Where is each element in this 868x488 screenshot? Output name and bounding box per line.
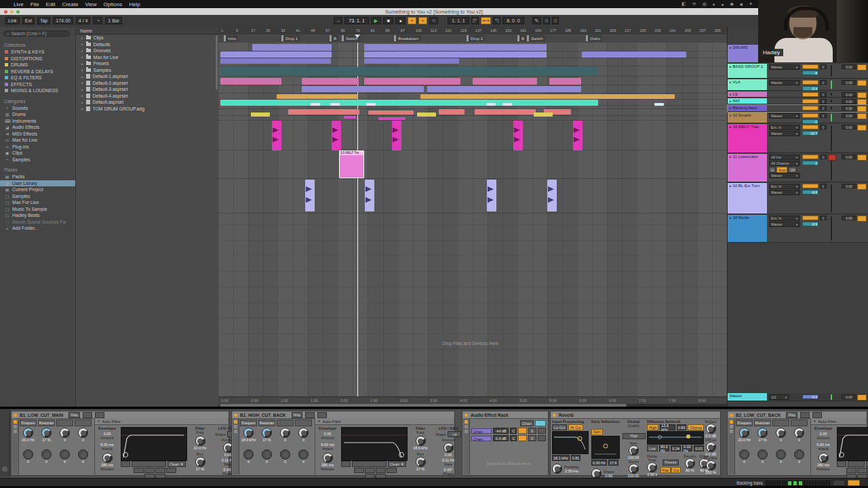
arrangement-clip[interactable] [344, 116, 356, 119]
map-mode-button[interactable]: Map [68, 412, 80, 418]
arrangement-clip[interactable] [330, 103, 340, 106]
menu-status-icon[interactable]: ■ [740, 2, 743, 7]
tempo-field[interactable]: 174.00 [53, 17, 73, 24]
master-db-box[interactable]: 0.00 [842, 394, 856, 399]
macro-knob-cell[interactable]: 0 [295, 420, 312, 442]
macro-knob[interactable] [757, 449, 768, 460]
locator-breakdown[interactable]: Breakdown [394, 35, 420, 41]
locator-b[interactable]: B [517, 35, 526, 41]
locator-switch[interactable]: Switch [527, 35, 545, 41]
sidebar-item-samples[interactable]: ~Samples [0, 157, 75, 163]
file-list-item[interactable]: ▸Default-4.asprset [76, 93, 218, 100]
track-activator-button[interactable] [857, 64, 867, 70]
reverb-drywet-value[interactable]: 100 % [703, 470, 719, 474]
expand-arrow-icon[interactable]: ▸ [81, 75, 83, 79]
record-button[interactable]: ● [395, 17, 406, 24]
reverb-chorus-rate[interactable]: 0.02 Hz [682, 445, 692, 451]
arrangement-clip[interactable] [364, 78, 460, 85]
reverb-early-display[interactable] [591, 436, 620, 459]
macro-knob-cell[interactable]: 0 [736, 444, 753, 464]
sidebar-item-add-folder-[interactable]: +Add Folder... [0, 225, 75, 232]
macro-knob[interactable] [739, 449, 749, 460]
track-pan-box[interactable]: 0 [820, 125, 827, 129]
rack-macro-view-icon[interactable] [730, 420, 733, 424]
arrangement-clip[interactable] [220, 67, 598, 76]
macro-knob-cell[interactable]: 0 [56, 420, 73, 442]
sidebar-item-serum-sound-sources-pa[interactable]: ▢Serum Sound Sources Pa [0, 219, 75, 226]
track-activator-button[interactable] [857, 92, 867, 98]
track-name-cell[interactable]: ▸16 MELT: Tran [728, 124, 767, 152]
macro-knob[interactable] [78, 449, 88, 460]
sidebar-item-current-project[interactable]: ▤Current Project [0, 186, 75, 193]
menu-item-help[interactable]: Help [129, 1, 140, 7]
metronome-button[interactable]: ◔ [93, 17, 102, 24]
menu-status-icon[interactable]: ✦ [749, 1, 753, 7]
circuit-chooser[interactable]: Clean ▼ [866, 461, 868, 467]
arrangement-clip[interactable] [439, 109, 465, 115]
search-input[interactable]: ⌕ Search (Cmd + F) [3, 30, 70, 37]
arrangement-clip[interactable] [547, 180, 557, 211]
arrangement-clip[interactable] [502, 103, 512, 106]
track-fold-icon[interactable]: ▸ [730, 45, 732, 49]
track-header-18-medie[interactable]: ▸18 MedieExt. In▼Master▼0-9.90.00 [728, 215, 868, 243]
arrangement-clip[interactable] [473, 78, 537, 85]
arrangement-clip[interactable] [364, 52, 547, 58]
file-list-item[interactable]: ▸Defaults [76, 41, 218, 48]
track-gain-box[interactable]: -0.4 [802, 86, 818, 91]
collapse-arrow-icon[interactable]: ▼ [813, 420, 816, 423]
reverb-quality-chooser[interactable]: High [623, 433, 646, 439]
rack-macro-view-icon[interactable] [234, 420, 237, 424]
macro-variation-button[interactable] [800, 412, 810, 418]
rack-chain-view-icon[interactable] [234, 425, 237, 428]
reverb-density-knob[interactable] [685, 458, 695, 468]
file-list-header[interactable]: Name [76, 27, 218, 35]
macro-knob-cell[interactable]: 0 [240, 444, 257, 464]
chain-activator[interactable] [518, 428, 526, 434]
arrangement-clip[interactable] [252, 44, 332, 51]
track-name-cell[interactable]: ▸10 BL Em Turn [728, 183, 767, 214]
macro-knob[interactable] [243, 428, 254, 438]
macro-knob-cell[interactable]: Resonan17 % [754, 420, 771, 442]
track-activator-button[interactable] [857, 106, 867, 112]
filter-type-button[interactable] [354, 468, 364, 473]
sidebar-item-audio-effects[interactable]: ◪Audio Effects [0, 124, 75, 131]
reverb-highshelf-button[interactable]: High [647, 424, 658, 430]
reverb-density-value[interactable]: 80 % [684, 468, 696, 472]
reverb-spin-amount-value[interactable]: 17.6 [608, 460, 618, 466]
arrangement-clip[interactable] [487, 180, 496, 211]
tap-tempo-button[interactable]: Tap [37, 17, 50, 24]
macro-variation-button[interactable] [305, 412, 315, 418]
rack-device-view-icon[interactable] [234, 430, 237, 433]
sidebar-item-max-for-live[interactable]: ▭Max for Live [0, 137, 75, 144]
expand-arrow-icon[interactable]: ▸ [81, 106, 83, 110]
macro-knob[interactable] [23, 449, 33, 460]
arrangement-clip[interactable] [302, 78, 359, 85]
track-output-db-box[interactable]: 0.00 [842, 92, 856, 97]
macro-knob[interactable] [757, 428, 768, 438]
menu-item-create[interactable]: Create [62, 1, 78, 7]
macro-knob-cell[interactable]: 0 [772, 420, 789, 442]
track-header-pat[interactable]: ▸PAT00.00 [728, 98, 868, 104]
track-header-16-melt-tran[interactable]: ▸16 MELT: TranExt. In▼Master▼0-10.70.00 [728, 124, 868, 153]
sidechain-toggle[interactable] [837, 461, 846, 467]
file-list-item[interactable]: ▸Samples [76, 67, 218, 74]
track-stop-box[interactable] [828, 155, 836, 161]
file-list-item[interactable]: ▸Default-2.asprset [76, 80, 218, 87]
arrangement-clip[interactable] [277, 94, 358, 99]
macro-knob[interactable] [41, 428, 52, 438]
arrangement-clip[interactable] [420, 94, 675, 99]
filter-type-button[interactable] [376, 468, 386, 473]
locator-intro[interactable]: Intro [224, 35, 238, 41]
device-on-icon[interactable] [553, 413, 556, 417]
track-gain-box[interactable]: 0 [802, 119, 818, 124]
filter-type-button[interactable] [166, 468, 176, 473]
filter-type-button[interactable] [155, 468, 165, 473]
arrangement-clip[interactable] [305, 180, 315, 211]
reverb-input-display[interactable] [552, 431, 589, 454]
reverb-input-q-value[interactable]: 0.81 [571, 455, 581, 461]
menu-status-icon[interactable]: ▴ [713, 1, 715, 7]
macro-knob-cell[interactable]: Frequen18.9 kHz [240, 420, 257, 442]
reverb-highshelf-gain[interactable]: 0.83 [677, 424, 687, 430]
reverb-lowshelf-freq[interactable]: 90.0 Hz [659, 445, 669, 451]
track-volume-box[interactable] [802, 184, 818, 188]
